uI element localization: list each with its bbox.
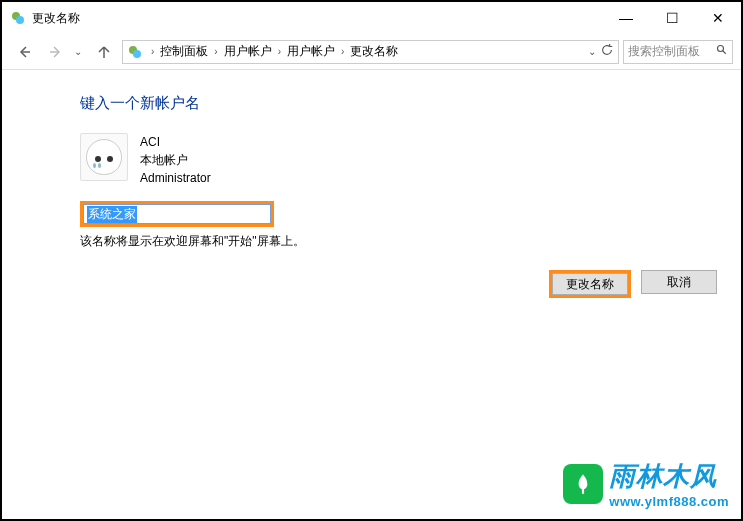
account-name-input[interactable]: 系统之家	[83, 204, 271, 224]
breadcrumb-item[interactable]: 更改名称	[348, 43, 400, 60]
back-button[interactable]	[10, 38, 38, 66]
window-title: 更改名称	[32, 10, 603, 27]
watermark-icon	[563, 464, 603, 504]
control-panel-icon	[127, 44, 143, 60]
svg-point-1	[16, 16, 24, 24]
search-box[interactable]: 搜索控制面板	[623, 40, 733, 64]
window-controls: — ☐ ✕	[603, 2, 741, 34]
address-dropdown-icon[interactable]: ⌄	[588, 46, 596, 57]
search-placeholder: 搜索控制面板	[628, 43, 716, 60]
watermark: 雨林木风 www.ylmf888.com	[563, 459, 729, 509]
breadcrumb-sep: ›	[210, 46, 221, 57]
watermark-url: www.ylmf888.com	[609, 494, 729, 509]
breadcrumb-item[interactable]: 用户帐户	[222, 43, 274, 60]
close-button[interactable]: ✕	[695, 2, 741, 34]
nav-history-dropdown[interactable]: ⌄	[74, 46, 90, 57]
breadcrumb-item[interactable]: 用户帐户	[285, 43, 337, 60]
app-icon	[10, 10, 26, 26]
breadcrumb-sep: ›	[274, 46, 285, 57]
submit-highlight-box: 更改名称	[549, 270, 631, 298]
watermark-title: 雨林木风	[609, 459, 717, 494]
address-bar[interactable]: › 控制面板 › 用户帐户 › 用户帐户 › 更改名称 ⌄	[122, 40, 619, 64]
account-role: Administrator	[140, 169, 211, 187]
breadcrumb-item[interactable]: 控制面板	[158, 43, 210, 60]
hint-text: 该名称将显示在欢迎屏幕和"开始"屏幕上。	[80, 233, 741, 250]
refresh-icon[interactable]	[600, 43, 614, 60]
page-title: 键入一个新帐户名	[80, 94, 741, 113]
up-button[interactable]	[90, 38, 118, 66]
account-name: ACI	[140, 133, 211, 151]
account-info-row: ACI 本地帐户 Administrator	[80, 133, 741, 187]
breadcrumb-sep: ›	[147, 46, 158, 57]
account-type: 本地帐户	[140, 151, 211, 169]
maximize-button[interactable]: ☐	[649, 2, 695, 34]
navbar: ⌄ › 控制面板 › 用户帐户 › 用户帐户 › 更改名称 ⌄ 搜索控制面板	[2, 34, 741, 70]
search-icon[interactable]	[716, 44, 728, 59]
input-highlight-box: 系统之家	[80, 201, 274, 227]
minimize-button[interactable]: —	[603, 2, 649, 34]
forward-button[interactable]	[42, 38, 70, 66]
button-row: 更改名称 取消	[549, 270, 717, 298]
svg-rect-5	[582, 488, 584, 493]
watermark-text: 雨林木风 www.ylmf888.com	[609, 459, 729, 509]
svg-point-4	[718, 46, 724, 52]
avatar	[80, 133, 128, 181]
account-details: ACI 本地帐户 Administrator	[140, 133, 211, 187]
svg-point-3	[133, 50, 141, 58]
cancel-button[interactable]: 取消	[641, 270, 717, 294]
titlebar: 更改名称 — ☐ ✕	[2, 2, 741, 34]
breadcrumb-sep: ›	[337, 46, 348, 57]
change-name-button[interactable]: 更改名称	[552, 273, 628, 295]
content-area: 键入一个新帐户名 ACI 本地帐户 Administrator 系统之家 该名称…	[2, 70, 741, 250]
